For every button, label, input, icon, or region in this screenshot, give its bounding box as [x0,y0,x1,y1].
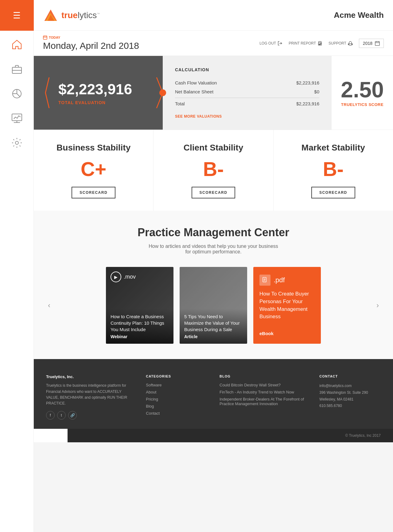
client-stability-title: Client Stability [163,142,264,153]
footer-blog-col: BLOG Could Bitcoin Destroy Wall Street? … [220,374,307,420]
settings-icon [11,137,22,148]
sidebar-item-monitor[interactable] [8,111,26,126]
business-stability-grade: C+ [43,159,144,179]
footer: Truelytics, Inc. Truelytics is the busin… [34,359,393,429]
svg-point-6 [15,141,18,144]
pdf-ext-label: .pdf [274,276,285,284]
sidebar-item-home[interactable] [8,37,26,52]
twitter-icon[interactable]: t [57,411,66,420]
year-selector[interactable]: 2018 [359,39,384,48]
svg-point-18 [349,41,352,44]
article-type: Article [184,334,243,339]
ebook-type: eBook [259,331,315,336]
footer-email: info@truelytics.com [319,384,352,388]
sidebar-item-chart[interactable] [8,86,26,101]
footer-categories-heading: CATEGORIES [146,374,207,378]
calendar-icon [43,35,47,40]
footer-contact-col: CONTACT info@truelytics.com 396 Washingt… [319,374,381,420]
hamburger-icon: ☰ [13,10,21,21]
market-stability-grade: B- [283,159,384,179]
footer-blog-link-1[interactable]: FinTech - An Industry Trend to Watch Now [220,390,307,394]
webinar-type: Webinar [111,334,169,339]
carousel-items: ▶ .mov How to Create a Business Continui… [55,267,372,344]
facebook-icon[interactable]: f [46,411,55,420]
market-scorecard-button[interactable]: SCORECARD [311,187,355,198]
firm-name: Acme Wealth [334,10,384,20]
valuation-section: $2,223,916 TOTAL eVALUATION CALCULATION … [34,56,393,130]
chart-pie-icon [11,88,22,99]
footer-categories-col: CATEGORIES Software About Pricing Blog C… [146,374,207,420]
practice-title: Practice Management Center [43,226,384,239]
webinar-badge: ▶ .mov [111,272,136,282]
footer-brand-col: Truelytics, Inc. Truelytics is the busin… [46,374,134,420]
article-title: 5 Tips You Need to Maximize the Value of… [184,313,243,333]
valuation-middle-panel: CALCULATION Cash Flow Valuation $2,223,9… [163,56,332,130]
logout-icon [278,41,282,46]
svg-rect-10 [43,36,47,39]
svg-rect-15 [319,44,321,44]
logo-text: truelytics™ [61,10,100,20]
carousel-prev-button[interactable]: ‹ [43,299,55,311]
play-icon: ▶ [111,272,121,282]
calc-row-cashflow: Cash Flow Valuation $2,223,916 [175,78,319,87]
business-stability-card: Business Stability C+ SCORECARD [34,130,154,211]
ebook-title: How To Create Buyer Personas For Your We… [259,290,315,321]
footer-copyright: © Truelytics, Inc 2017 [68,429,393,442]
print-icon [317,41,322,46]
footer-link-contact[interactable]: Contact [146,411,207,416]
carousel-item-webinar[interactable]: ▶ .mov How to Create a Business Continui… [106,267,173,344]
briefcase-icon [11,64,22,75]
footer-blog-link-0[interactable]: Could Bitcoin Destroy Wall Street? [220,383,307,387]
valuation-left-panel: $2,223,916 TOTAL eVALUATION [34,56,163,130]
truelytics-score-label: TRUELYTICS SCORE [341,102,383,107]
svg-rect-16 [319,45,320,45]
home-icon [11,39,22,50]
practice-subtitle: How to articles and videos that help you… [43,244,384,255]
footer-description: Truelytics is the business intelligence … [46,383,134,406]
client-stability-card: Client Stability B- SCORECARD [154,130,273,211]
market-stability-card: Market Stability B- SCORECARD [274,130,393,211]
footer-social: f t 🔗 [46,411,134,420]
today-label: TODAY [43,35,139,40]
carousel-next-button[interactable]: › [372,299,384,311]
hamburger-button[interactable]: ☰ [0,0,34,31]
date-bar: TODAY Monday, April 2nd 2018 LOG OUT PRI… [34,31,393,56]
logo-true: true [61,10,78,20]
footer-link-software[interactable]: Software [146,383,207,387]
carousel-item-article[interactable]: 5 Tips You Need to Maximize the Value of… [180,267,247,344]
video-format-label: .mov [124,274,136,280]
footer-link-pricing[interactable]: Pricing [146,397,207,401]
link-icon[interactable]: 🔗 [68,411,77,420]
headset-icon [348,41,353,46]
calc-row-total: Total $2,223,916 [175,98,319,108]
see-more-valuations-link[interactable]: SEE MORE VALUATIONS [175,114,319,119]
footer-link-about[interactable]: About [146,390,207,394]
client-scorecard-button[interactable]: SCORECARD [192,187,235,198]
sidebar-item-briefcase[interactable] [8,61,26,77]
logout-button[interactable]: LOG OUT [259,41,282,46]
carousel-item-ebook[interactable]: .pdf How To Create Buyer Personas For Yo… [253,267,321,344]
print-button[interactable]: PRINT REPORT [289,41,322,46]
monitor-icon [11,113,22,124]
stability-section: Business Stability C+ SCORECARD Client S… [34,130,393,211]
calc-title: CALCULATION [175,67,319,72]
practice-section: Practice Management Center How to articl… [34,211,393,359]
sidebar-item-settings[interactable] [8,135,26,151]
valuation-amount: $2,223,916 [58,81,147,98]
bracket-right-icon [154,74,169,111]
logo-mountain-icon [43,8,58,22]
footer-phone: 610.585.6780 [319,404,342,408]
support-button[interactable]: SUPPORT [329,41,353,46]
webinar-overlay: How to Create a Business Continuity Plan… [106,309,173,344]
footer-blog-link-2[interactable]: Independent Broker-Dealers At The Forefr… [220,397,307,406]
valuation-label: TOTAL eVALUATION [58,100,147,105]
footer-link-blog[interactable]: Blog [146,404,207,409]
footer-address: 396 Washington St. Suite 290 [319,390,368,395]
header: truelytics™ Acme Wealth [34,0,393,31]
valuation-score-panel: 2.50 TRUELYTICS SCORE [332,56,393,130]
sidebar-nav [0,31,33,151]
date-display: Monday, April 2nd 2018 [43,41,139,51]
svg-point-31 [159,89,166,96]
footer-contact-info: info@truelytics.com 396 Washington St. S… [319,383,381,409]
business-scorecard-button[interactable]: SCORECARD [72,187,115,198]
